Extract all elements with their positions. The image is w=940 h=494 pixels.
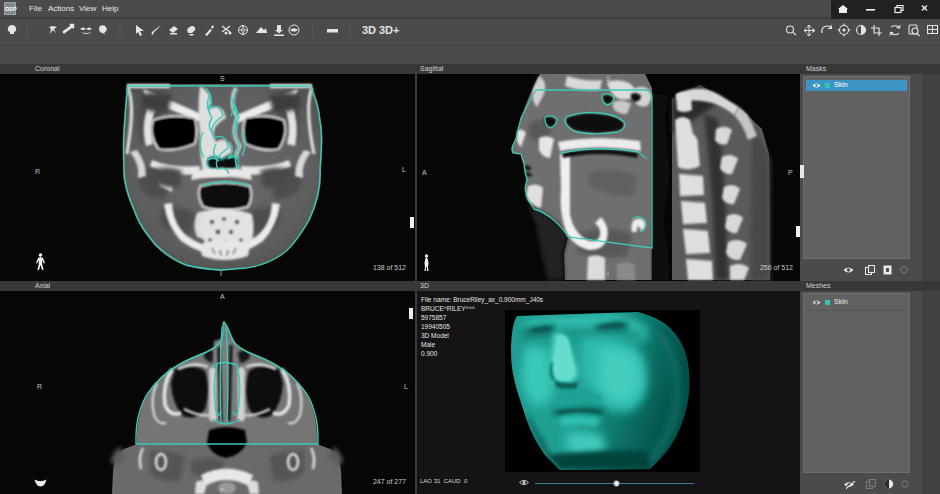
svg-text:3D+: 3D+ xyxy=(379,24,400,36)
svg-text:3D: 3D xyxy=(362,24,376,36)
